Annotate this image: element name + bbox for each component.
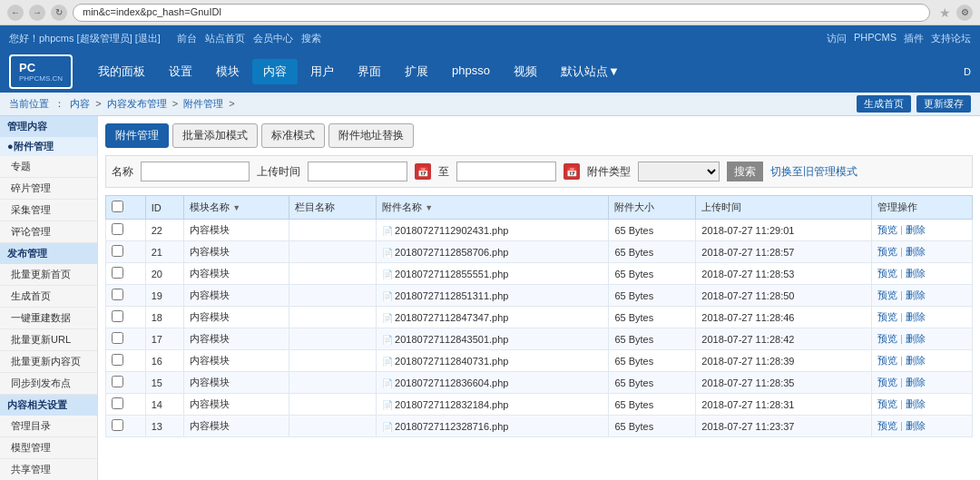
cell-check[interactable] bbox=[106, 263, 146, 285]
nav-my-panel[interactable]: 我的面板 bbox=[87, 59, 156, 84]
sidebar-item-rebuild[interactable]: 一键重建数据 bbox=[0, 308, 97, 329]
row-checkbox[interactable] bbox=[112, 354, 123, 366]
row-checkbox[interactable] bbox=[112, 245, 123, 257]
delete-link[interactable]: 删除 bbox=[906, 268, 926, 279]
sidebar-item-share-mgmt[interactable]: 共享管理 bbox=[0, 459, 97, 480]
row-checkbox[interactable] bbox=[112, 397, 123, 409]
row-checkbox[interactable] bbox=[112, 376, 123, 387]
sidebar-section-content-settings[interactable]: 内容相关设置 bbox=[0, 395, 97, 416]
sidebar-section-attachment-mgmt[interactable]: ●附件管理 bbox=[0, 137, 97, 156]
tab-attachment-mgmt[interactable]: 附件管理 bbox=[105, 123, 169, 148]
preview-link[interactable]: 预览 bbox=[877, 398, 897, 409]
preview-link[interactable]: 预览 bbox=[877, 311, 897, 322]
sidebar-item-manage-dir[interactable]: 管理目录 bbox=[0, 416, 97, 437]
preview-link[interactable]: 预览 bbox=[877, 224, 897, 235]
cell-check[interactable] bbox=[106, 372, 146, 394]
support-link[interactable]: 支持论坛 bbox=[931, 32, 971, 45]
row-checkbox[interactable] bbox=[112, 310, 123, 322]
calendar-to-icon[interactable]: 📅 bbox=[564, 163, 580, 180]
delete-link[interactable]: 删除 bbox=[906, 420, 926, 431]
nav-interface[interactable]: 界面 bbox=[347, 59, 392, 84]
cell-check[interactable] bbox=[106, 350, 146, 372]
nav-phpsso[interactable]: phpsso bbox=[441, 59, 501, 84]
preview-link[interactable]: 预览 bbox=[877, 420, 897, 431]
cell-check[interactable] bbox=[106, 241, 146, 263]
update-cache-btn[interactable]: 更新缓存 bbox=[916, 95, 971, 113]
row-checkbox[interactable] bbox=[112, 223, 123, 235]
sidebar-item-topic[interactable]: 专题 bbox=[0, 156, 97, 178]
tab-standard-mode[interactable]: 标准模式 bbox=[261, 123, 325, 148]
delete-link[interactable]: 删除 bbox=[906, 333, 926, 344]
site-home-link[interactable]: 站点首页 bbox=[205, 33, 245, 44]
breadcrumb-attachment[interactable]: 附件管理 bbox=[183, 98, 223, 109]
settings-icon[interactable]: ⚙ bbox=[956, 5, 973, 21]
time-to-input[interactable] bbox=[456, 162, 556, 181]
back-button[interactable]: ← bbox=[7, 5, 24, 21]
breadcrumb-home[interactable]: 当前位置 bbox=[9, 98, 49, 109]
row-checkbox[interactable] bbox=[112, 419, 123, 431]
delete-link[interactable]: 删除 bbox=[906, 377, 926, 387]
tab-attachment-replace[interactable]: 附件地址替换 bbox=[328, 123, 414, 148]
preview-link[interactable]: 预览 bbox=[877, 355, 897, 366]
plugin-link[interactable]: 插件 bbox=[904, 32, 924, 45]
preview-link[interactable]: 预览 bbox=[877, 333, 897, 344]
preview-link[interactable]: 预览 bbox=[877, 289, 897, 300]
name-search-input[interactable] bbox=[141, 162, 250, 181]
preview-link[interactable]: 预览 bbox=[877, 268, 897, 279]
nav-default-site[interactable]: 默认站点▼ bbox=[550, 59, 631, 84]
delete-link[interactable]: 删除 bbox=[906, 355, 926, 366]
cell-check[interactable] bbox=[106, 416, 146, 437]
sidebar-item-batch-update-url[interactable]: 批量更新URL bbox=[0, 329, 97, 351]
sidebar-item-collection[interactable]: 采集管理 bbox=[0, 200, 97, 221]
phpcms-link[interactable]: PHPCMS bbox=[854, 32, 897, 45]
select-all-checkbox[interactable] bbox=[112, 201, 123, 212]
tab-batch-add[interactable]: 批量添加模式 bbox=[172, 123, 258, 148]
front-link[interactable]: 前台 bbox=[177, 33, 197, 44]
refresh-button[interactable]: ↻ bbox=[51, 5, 67, 21]
sidebar-item-batch-update-home[interactable]: 批量更新首页 bbox=[0, 264, 97, 286]
sidebar-item-fragments[interactable]: 碎片管理 bbox=[0, 178, 97, 200]
delete-link[interactable]: 删除 bbox=[906, 311, 926, 322]
cell-check[interactable] bbox=[106, 220, 146, 241]
sidebar-section-publish[interactable]: 发布管理 bbox=[0, 243, 97, 264]
preview-link[interactable]: 预览 bbox=[877, 377, 897, 387]
nav-modules[interactable]: 模块 bbox=[205, 59, 250, 84]
time-from-input[interactable] bbox=[308, 162, 407, 181]
breadcrumb-content[interactable]: 内容 bbox=[70, 98, 90, 109]
breadcrumb-publish[interactable]: 内容发布管理 bbox=[107, 98, 167, 109]
advanced-link[interactable]: 切换至旧管理模式 bbox=[770, 164, 858, 180]
cell-check[interactable] bbox=[106, 307, 146, 328]
calendar-from-icon[interactable]: 📅 bbox=[415, 163, 431, 180]
search-button[interactable]: 搜索 bbox=[727, 162, 763, 181]
nav-content[interactable]: 内容 bbox=[252, 59, 298, 84]
preview-link[interactable]: 预览 bbox=[877, 246, 897, 257]
visit-link[interactable]: 访问 bbox=[827, 32, 847, 45]
type-select[interactable] bbox=[638, 162, 720, 181]
cell-check[interactable] bbox=[106, 394, 146, 416]
sidebar-item-comments[interactable]: 评论管理 bbox=[0, 221, 97, 243]
row-checkbox[interactable] bbox=[112, 267, 123, 279]
sidebar-item-gen-home[interactable]: 生成首页 bbox=[0, 286, 97, 308]
sidebar-section-manage-content[interactable]: 管理内容 bbox=[0, 116, 97, 137]
nav-settings[interactable]: 设置 bbox=[158, 59, 203, 84]
bookmark-icon[interactable]: ★ bbox=[939, 5, 951, 20]
url-bar[interactable]: min&c=index&pc_hash=GnuIDl bbox=[73, 4, 930, 22]
delete-link[interactable]: 删除 bbox=[906, 289, 926, 300]
col-module[interactable]: 模块名称 ▼ bbox=[184, 196, 289, 220]
delete-link[interactable]: 删除 bbox=[906, 398, 926, 409]
sidebar-item-batch-update-content[interactable]: 批量更新内容页 bbox=[0, 351, 97, 373]
sidebar-item-model-mgmt[interactable]: 模型管理 bbox=[0, 437, 97, 459]
nav-extend[interactable]: 扩展 bbox=[394, 59, 439, 84]
col-filename[interactable]: 附件名称 ▼ bbox=[377, 196, 609, 220]
forward-button[interactable]: → bbox=[29, 5, 45, 21]
nav-users[interactable]: 用户 bbox=[299, 59, 345, 84]
search-link[interactable]: 搜索 bbox=[301, 33, 321, 44]
delete-link[interactable]: 删除 bbox=[906, 224, 926, 235]
delete-link[interactable]: 删除 bbox=[906, 246, 926, 257]
member-center-link[interactable]: 会员中心 bbox=[253, 33, 293, 44]
generate-homepage-btn[interactable]: 生成首页 bbox=[857, 95, 911, 113]
sidebar-item-sync-publish[interactable]: 同步到发布点 bbox=[0, 373, 97, 395]
cell-check[interactable] bbox=[106, 328, 146, 350]
row-checkbox[interactable] bbox=[112, 289, 123, 300]
row-checkbox[interactable] bbox=[112, 332, 123, 344]
